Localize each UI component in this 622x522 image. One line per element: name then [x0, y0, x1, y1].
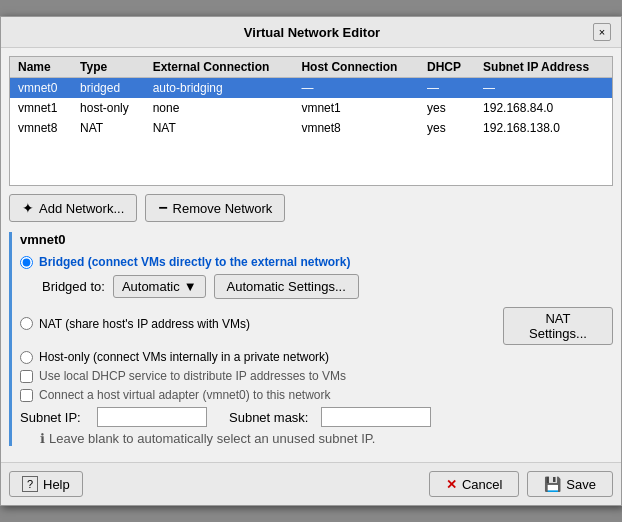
close-button[interactable]: × — [593, 23, 611, 41]
bridged-radio-row: Bridged (connect VMs directly to the ext… — [20, 255, 613, 269]
row-name: vmnet1 — [10, 98, 72, 118]
nat-radio[interactable] — [20, 317, 33, 330]
table-header-row: Name Type External Connection Host Conne… — [10, 57, 612, 78]
help-label: Help — [43, 477, 70, 492]
bridged-radio[interactable] — [20, 256, 33, 269]
subnet-hint: ℹ Leave blank to automatically select an… — [40, 431, 613, 446]
bridged-to-label: Bridged to: — [42, 279, 105, 294]
content-area: Name Type External Connection Host Conne… — [1, 48, 621, 462]
row-external: none — [145, 98, 294, 118]
row-host: vmnet1 — [293, 98, 419, 118]
row-external: auto-bridging — [145, 78, 294, 99]
subnet-mask-input[interactable] — [321, 407, 431, 427]
help-icon: ? — [22, 476, 38, 492]
table-row[interactable]: vmnet0 bridged auto-bridging — — — — [10, 78, 612, 99]
network-config-section: vmnet0 Bridged (connect VMs directly to … — [9, 232, 613, 446]
plus-icon: ✦ — [22, 200, 34, 216]
network-action-buttons: ✦ Add Network... − Remove Network — [9, 194, 613, 222]
remove-network-button[interactable]: − Remove Network — [145, 194, 285, 222]
remove-network-label: Remove Network — [173, 201, 273, 216]
save-button[interactable]: 💾 Save — [527, 471, 613, 497]
network-section-label: vmnet0 — [20, 232, 613, 247]
title-bar: Virtual Network Editor × — [1, 17, 621, 48]
col-type: Type — [72, 57, 145, 78]
chevron-down-icon: ▼ — [184, 279, 197, 294]
row-dhcp: — — [419, 78, 475, 99]
dhcp-checkbox[interactable] — [20, 370, 33, 383]
add-network-label: Add Network... — [39, 201, 124, 216]
table-row[interactable]: vmnet1 host-only none vmnet1 yes 192.168… — [10, 98, 612, 118]
nat-settings-label: NAT Settings... — [529, 311, 587, 341]
row-type: NAT — [72, 118, 145, 138]
subnet-ip-input[interactable] — [97, 407, 207, 427]
row-type: bridged — [72, 78, 145, 99]
row-subnet: 192.168.138.0 — [475, 118, 612, 138]
cancel-button[interactable]: ✕ Cancel — [429, 471, 519, 497]
right-action-buttons: ✕ Cancel 💾 Save — [429, 471, 613, 497]
host-only-radio-row: Host-only (connect VMs internally in a p… — [20, 350, 613, 364]
col-name: Name — [10, 57, 72, 78]
row-name: vmnet8 — [10, 118, 72, 138]
network-table: Name Type External Connection Host Conne… — [10, 57, 612, 138]
host-only-radio[interactable] — [20, 351, 33, 364]
row-name: vmnet0 — [10, 78, 72, 99]
col-host: Host Connection — [293, 57, 419, 78]
minus-icon: − — [158, 199, 167, 217]
nat-radio-inner-row: NAT (share host's IP address with VMs) — [20, 317, 503, 331]
row-external: NAT — [145, 118, 294, 138]
dhcp-label: Use local DHCP service to distribute IP … — [39, 369, 346, 383]
bridged-to-value: Automatic — [122, 279, 180, 294]
host-adapter-checkbox-row: Connect a host virtual adapter (vmnet0) … — [20, 388, 613, 402]
col-external: External Connection — [145, 57, 294, 78]
automatic-settings-button[interactable]: Automatic Settings... — [214, 274, 359, 299]
add-network-button[interactable]: ✦ Add Network... — [9, 194, 137, 222]
host-only-label: Host-only (connect VMs internally in a p… — [39, 350, 329, 364]
row-type: host-only — [72, 98, 145, 118]
nat-radio-row: NAT (share host's IP address with VMs) N… — [20, 307, 613, 345]
dhcp-checkbox-row: Use local DHCP service to distribute IP … — [20, 369, 613, 383]
col-subnet: Subnet IP Address — [475, 57, 612, 78]
automatic-settings-label: Automatic Settings... — [227, 279, 346, 294]
save-icon: 💾 — [544, 476, 561, 492]
network-table-container: Name Type External Connection Host Conne… — [9, 56, 613, 186]
save-label: Save — [566, 477, 596, 492]
bridged-label: Bridged (connect VMs directly to the ext… — [39, 255, 350, 269]
row-host: — — [293, 78, 419, 99]
subnet-ip-label: Subnet IP: — [20, 410, 85, 425]
virtual-network-editor-dialog: Virtual Network Editor × Name Type Exter… — [0, 16, 622, 506]
row-subnet: — — [475, 78, 612, 99]
subnet-mask-label: Subnet mask: — [229, 410, 309, 425]
x-icon: ✕ — [446, 477, 457, 492]
row-dhcp: yes — [419, 98, 475, 118]
row-dhcp: yes — [419, 118, 475, 138]
cancel-label: Cancel — [462, 477, 502, 492]
bridged-to-row: Bridged to: Automatic ▼ Automatic Settin… — [42, 274, 613, 299]
col-dhcp: DHCP — [419, 57, 475, 78]
row-subnet: 192.168.84.0 — [475, 98, 612, 118]
host-adapter-checkbox[interactable] — [20, 389, 33, 402]
dialog-title: Virtual Network Editor — [31, 25, 593, 40]
nat-label: NAT (share host's IP address with VMs) — [39, 317, 250, 331]
nat-label-area: NAT (share host's IP address with VMs) — [20, 317, 503, 336]
row-host: vmnet8 — [293, 118, 419, 138]
subnet-row: Subnet IP: Subnet mask: — [20, 407, 613, 427]
info-icon: ℹ — [40, 431, 45, 446]
table-row[interactable]: vmnet8 NAT NAT vmnet8 yes 192.168.138.0 — [10, 118, 612, 138]
bottom-bar: ? Help ✕ Cancel 💾 Save — [1, 462, 621, 505]
nat-settings-button[interactable]: NAT Settings... — [503, 307, 613, 345]
host-adapter-label: Connect a host virtual adapter (vmnet0) … — [39, 388, 330, 402]
subnet-hint-text: Leave blank to automatically select an u… — [49, 431, 375, 446]
help-button[interactable]: ? Help — [9, 471, 83, 497]
bridged-to-dropdown[interactable]: Automatic ▼ — [113, 275, 206, 298]
